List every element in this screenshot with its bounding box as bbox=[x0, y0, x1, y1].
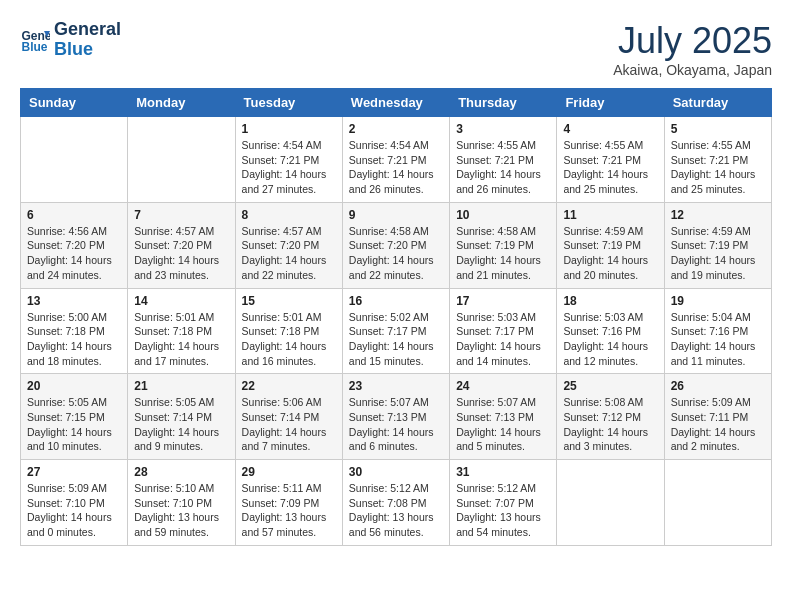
day-info: Sunrise: 4:58 AM Sunset: 7:19 PM Dayligh… bbox=[456, 224, 550, 283]
calendar-cell: 24Sunrise: 5:07 AM Sunset: 7:13 PM Dayli… bbox=[450, 374, 557, 460]
day-number: 19 bbox=[671, 294, 765, 308]
calendar-cell: 9Sunrise: 4:58 AM Sunset: 7:20 PM Daylig… bbox=[342, 202, 449, 288]
day-info: Sunrise: 4:57 AM Sunset: 7:20 PM Dayligh… bbox=[242, 224, 336, 283]
header-sunday: Sunday bbox=[21, 89, 128, 117]
header-wednesday: Wednesday bbox=[342, 89, 449, 117]
day-number: 16 bbox=[349, 294, 443, 308]
calendar-cell: 16Sunrise: 5:02 AM Sunset: 7:17 PM Dayli… bbox=[342, 288, 449, 374]
calendar-cell: 12Sunrise: 4:59 AM Sunset: 7:19 PM Dayli… bbox=[664, 202, 771, 288]
header-saturday: Saturday bbox=[664, 89, 771, 117]
calendar-week-row: 6Sunrise: 4:56 AM Sunset: 7:20 PM Daylig… bbox=[21, 202, 772, 288]
page-header: General Blue General Blue July 2025 Akai… bbox=[20, 20, 772, 78]
day-info: Sunrise: 5:00 AM Sunset: 7:18 PM Dayligh… bbox=[27, 310, 121, 369]
day-info: Sunrise: 5:12 AM Sunset: 7:08 PM Dayligh… bbox=[349, 481, 443, 540]
day-info: Sunrise: 5:10 AM Sunset: 7:10 PM Dayligh… bbox=[134, 481, 228, 540]
day-number: 3 bbox=[456, 122, 550, 136]
calendar-cell: 26Sunrise: 5:09 AM Sunset: 7:11 PM Dayli… bbox=[664, 374, 771, 460]
logo: General Blue General Blue bbox=[20, 20, 121, 60]
calendar-cell bbox=[557, 460, 664, 546]
day-number: 25 bbox=[563, 379, 657, 393]
calendar-cell: 31Sunrise: 5:12 AM Sunset: 7:07 PM Dayli… bbox=[450, 460, 557, 546]
calendar-cell bbox=[128, 117, 235, 203]
day-info: Sunrise: 5:03 AM Sunset: 7:16 PM Dayligh… bbox=[563, 310, 657, 369]
header-thursday: Thursday bbox=[450, 89, 557, 117]
day-info: Sunrise: 5:09 AM Sunset: 7:11 PM Dayligh… bbox=[671, 395, 765, 454]
day-info: Sunrise: 5:12 AM Sunset: 7:07 PM Dayligh… bbox=[456, 481, 550, 540]
day-number: 28 bbox=[134, 465, 228, 479]
day-info: Sunrise: 4:59 AM Sunset: 7:19 PM Dayligh… bbox=[563, 224, 657, 283]
calendar-cell: 13Sunrise: 5:00 AM Sunset: 7:18 PM Dayli… bbox=[21, 288, 128, 374]
calendar-cell: 18Sunrise: 5:03 AM Sunset: 7:16 PM Dayli… bbox=[557, 288, 664, 374]
calendar-table: Sunday Monday Tuesday Wednesday Thursday… bbox=[20, 88, 772, 546]
day-number: 18 bbox=[563, 294, 657, 308]
calendar-cell: 20Sunrise: 5:05 AM Sunset: 7:15 PM Dayli… bbox=[21, 374, 128, 460]
header-monday: Monday bbox=[128, 89, 235, 117]
day-number: 27 bbox=[27, 465, 121, 479]
day-number: 30 bbox=[349, 465, 443, 479]
calendar-cell: 23Sunrise: 5:07 AM Sunset: 7:13 PM Dayli… bbox=[342, 374, 449, 460]
day-number: 11 bbox=[563, 208, 657, 222]
day-number: 4 bbox=[563, 122, 657, 136]
day-number: 26 bbox=[671, 379, 765, 393]
calendar-cell: 7Sunrise: 4:57 AM Sunset: 7:20 PM Daylig… bbox=[128, 202, 235, 288]
day-number: 23 bbox=[349, 379, 443, 393]
header-tuesday: Tuesday bbox=[235, 89, 342, 117]
svg-text:Blue: Blue bbox=[22, 39, 48, 53]
logo-text: General Blue bbox=[54, 20, 121, 60]
day-number: 15 bbox=[242, 294, 336, 308]
day-info: Sunrise: 4:55 AM Sunset: 7:21 PM Dayligh… bbox=[563, 138, 657, 197]
calendar-cell: 11Sunrise: 4:59 AM Sunset: 7:19 PM Dayli… bbox=[557, 202, 664, 288]
calendar-header-row: Sunday Monday Tuesday Wednesday Thursday… bbox=[21, 89, 772, 117]
calendar-cell: 17Sunrise: 5:03 AM Sunset: 7:17 PM Dayli… bbox=[450, 288, 557, 374]
day-number: 14 bbox=[134, 294, 228, 308]
day-number: 1 bbox=[242, 122, 336, 136]
day-info: Sunrise: 5:08 AM Sunset: 7:12 PM Dayligh… bbox=[563, 395, 657, 454]
calendar-cell: 5Sunrise: 4:55 AM Sunset: 7:21 PM Daylig… bbox=[664, 117, 771, 203]
day-number: 22 bbox=[242, 379, 336, 393]
calendar-cell bbox=[21, 117, 128, 203]
day-info: Sunrise: 5:09 AM Sunset: 7:10 PM Dayligh… bbox=[27, 481, 121, 540]
day-info: Sunrise: 4:55 AM Sunset: 7:21 PM Dayligh… bbox=[671, 138, 765, 197]
day-number: 29 bbox=[242, 465, 336, 479]
month-title: July 2025 bbox=[613, 20, 772, 62]
day-number: 7 bbox=[134, 208, 228, 222]
day-number: 8 bbox=[242, 208, 336, 222]
calendar-cell: 1Sunrise: 4:54 AM Sunset: 7:21 PM Daylig… bbox=[235, 117, 342, 203]
day-number: 10 bbox=[456, 208, 550, 222]
calendar-week-row: 1Sunrise: 4:54 AM Sunset: 7:21 PM Daylig… bbox=[21, 117, 772, 203]
calendar-cell: 21Sunrise: 5:05 AM Sunset: 7:14 PM Dayli… bbox=[128, 374, 235, 460]
day-info: Sunrise: 5:04 AM Sunset: 7:16 PM Dayligh… bbox=[671, 310, 765, 369]
day-number: 20 bbox=[27, 379, 121, 393]
calendar-cell: 19Sunrise: 5:04 AM Sunset: 7:16 PM Dayli… bbox=[664, 288, 771, 374]
day-number: 2 bbox=[349, 122, 443, 136]
day-number: 24 bbox=[456, 379, 550, 393]
calendar-week-row: 27Sunrise: 5:09 AM Sunset: 7:10 PM Dayli… bbox=[21, 460, 772, 546]
day-info: Sunrise: 5:02 AM Sunset: 7:17 PM Dayligh… bbox=[349, 310, 443, 369]
logo-icon: General Blue bbox=[20, 25, 50, 55]
day-info: Sunrise: 5:11 AM Sunset: 7:09 PM Dayligh… bbox=[242, 481, 336, 540]
day-info: Sunrise: 5:07 AM Sunset: 7:13 PM Dayligh… bbox=[349, 395, 443, 454]
calendar-cell: 15Sunrise: 5:01 AM Sunset: 7:18 PM Dayli… bbox=[235, 288, 342, 374]
day-info: Sunrise: 4:57 AM Sunset: 7:20 PM Dayligh… bbox=[134, 224, 228, 283]
calendar-cell: 8Sunrise: 4:57 AM Sunset: 7:20 PM Daylig… bbox=[235, 202, 342, 288]
calendar-cell: 14Sunrise: 5:01 AM Sunset: 7:18 PM Dayli… bbox=[128, 288, 235, 374]
calendar-cell: 25Sunrise: 5:08 AM Sunset: 7:12 PM Dayli… bbox=[557, 374, 664, 460]
calendar-cell: 10Sunrise: 4:58 AM Sunset: 7:19 PM Dayli… bbox=[450, 202, 557, 288]
calendar-week-row: 13Sunrise: 5:00 AM Sunset: 7:18 PM Dayli… bbox=[21, 288, 772, 374]
day-info: Sunrise: 4:59 AM Sunset: 7:19 PM Dayligh… bbox=[671, 224, 765, 283]
day-info: Sunrise: 5:01 AM Sunset: 7:18 PM Dayligh… bbox=[134, 310, 228, 369]
day-info: Sunrise: 5:01 AM Sunset: 7:18 PM Dayligh… bbox=[242, 310, 336, 369]
calendar-cell bbox=[664, 460, 771, 546]
day-number: 31 bbox=[456, 465, 550, 479]
calendar-cell: 2Sunrise: 4:54 AM Sunset: 7:21 PM Daylig… bbox=[342, 117, 449, 203]
calendar-cell: 29Sunrise: 5:11 AM Sunset: 7:09 PM Dayli… bbox=[235, 460, 342, 546]
calendar-week-row: 20Sunrise: 5:05 AM Sunset: 7:15 PM Dayli… bbox=[21, 374, 772, 460]
day-info: Sunrise: 4:54 AM Sunset: 7:21 PM Dayligh… bbox=[349, 138, 443, 197]
day-number: 9 bbox=[349, 208, 443, 222]
day-info: Sunrise: 5:05 AM Sunset: 7:14 PM Dayligh… bbox=[134, 395, 228, 454]
day-info: Sunrise: 4:58 AM Sunset: 7:20 PM Dayligh… bbox=[349, 224, 443, 283]
title-area: July 2025 Akaiwa, Okayama, Japan bbox=[613, 20, 772, 78]
header-friday: Friday bbox=[557, 89, 664, 117]
day-info: Sunrise: 5:05 AM Sunset: 7:15 PM Dayligh… bbox=[27, 395, 121, 454]
calendar-cell: 27Sunrise: 5:09 AM Sunset: 7:10 PM Dayli… bbox=[21, 460, 128, 546]
